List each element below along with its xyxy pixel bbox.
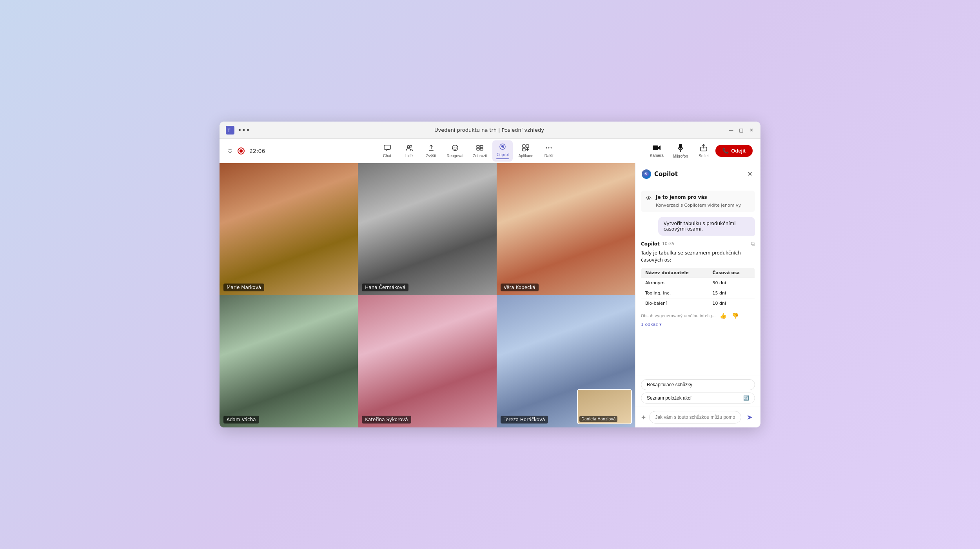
- mic-button-label: Mikrofon: [673, 154, 688, 158]
- copilot-close-button[interactable]: ✕: [746, 169, 754, 179]
- actions-suggestion-button[interactable]: Seznam položek akcí 🔄: [641, 393, 755, 404]
- table-header-timeline: Časová osa: [708, 268, 755, 278]
- copilot-panel-title: Copilot: [654, 171, 743, 178]
- eye-icon: 👁: [646, 195, 652, 202]
- people-icon: [405, 144, 413, 153]
- send-icon: ➤: [747, 413, 753, 421]
- copilot-active-underline: [496, 158, 509, 159]
- toolbar-center-buttons: Chat Lidé Zvýšit Reagovat: [290, 140, 646, 162]
- svg-rect-10: [480, 145, 483, 147]
- window-controls: — □ ✕: [728, 127, 754, 133]
- video-tile-small-daniela: Daniela Hanzlová: [577, 389, 632, 424]
- avatar-vera: [497, 163, 635, 295]
- thumbs-up-button[interactable]: 👍: [718, 312, 728, 320]
- copilot-logo-icon: [642, 169, 651, 179]
- svg-point-4: [410, 145, 412, 147]
- more-button[interactable]: Další: [539, 142, 559, 160]
- leave-phone-icon: 📞: [722, 148, 729, 154]
- window-title: Uvedení produktu na trh | Poslední vzhle…: [250, 127, 728, 133]
- svg-point-3: [407, 145, 410, 148]
- react-icon: [451, 144, 459, 153]
- table-cell-timeline-0: 30 dní: [708, 278, 755, 288]
- recap-suggestion-button[interactable]: Rekapitulace schůzky: [641, 379, 755, 390]
- svg-point-7: [454, 147, 454, 147]
- svg-rect-15: [523, 145, 525, 147]
- table-cell-supplier-2: Bio-balení: [641, 298, 709, 309]
- chevron-down-icon: ▾: [659, 322, 662, 327]
- video-name-adam: Adam Vácha: [223, 416, 259, 424]
- copilot-message-header: Copilot 10:35 ⧉: [641, 240, 755, 247]
- copilot-icon: [499, 143, 506, 152]
- share-button-label: Sdílet: [699, 154, 709, 158]
- leave-button[interactable]: 📞 Odejít: [715, 145, 753, 157]
- svg-point-19: [548, 147, 550, 148]
- close-button[interactable]: ✕: [749, 127, 754, 133]
- copilot-send-button[interactable]: ➤: [744, 411, 755, 423]
- svg-rect-22: [679, 144, 682, 149]
- copilot-notice-text: Je to jenom pro vás Konverzaci s Copilot…: [656, 195, 742, 208]
- table-cell-timeline-2: 10 dní: [708, 298, 755, 309]
- copilot-button[interactable]: Copilot: [492, 140, 513, 162]
- copilot-intro-text: Tady je tabulka se seznamem produkčních …: [641, 249, 755, 264]
- copilot-suggestions: Rekapitulace schůzky Seznam položek akcí…: [635, 376, 760, 407]
- chat-button[interactable]: Chat: [377, 142, 397, 160]
- share-icon: [700, 144, 708, 153]
- copilot-message-time: 10:35: [662, 241, 675, 246]
- notice-body: Konverzaci s Copilotem vidíte jenom vy.: [656, 203, 742, 208]
- video-name-tereza: Tereza Horáčková: [501, 416, 548, 424]
- sparkle-icon: ✦: [641, 414, 646, 421]
- copilot-button-label: Copilot: [497, 153, 509, 157]
- copilot-privacy-notice: 👁 Je to jenom pro vás Konverzaci s Copil…: [641, 191, 755, 212]
- chat-icon: [383, 144, 391, 153]
- apps-button-label: Aplikace: [518, 154, 533, 158]
- video-tile-tereza: Tereza Horáčková Daniela Hanzlová: [497, 295, 635, 427]
- react-button[interactable]: Reagovat: [443, 142, 468, 160]
- view-icon: [476, 144, 484, 153]
- maximize-button[interactable]: □: [739, 127, 744, 133]
- teams-window: T ••• Uvedení produktu na trh | Poslední…: [220, 122, 760, 427]
- avatar-adam: [220, 295, 358, 427]
- copilot-header: Copilot ✕: [635, 163, 760, 185]
- copilot-input-field[interactable]: [649, 411, 741, 424]
- svg-point-18: [546, 147, 547, 148]
- svg-rect-9: [477, 145, 479, 147]
- mic-button[interactable]: Mikrofon: [669, 141, 692, 161]
- refresh-icon: 🔄: [743, 395, 749, 401]
- svg-point-8: [456, 147, 456, 147]
- copy-button[interactable]: ⧉: [751, 240, 755, 247]
- recording-indicator: [238, 147, 245, 155]
- table-row: Tooling, Inc. 15 dní: [641, 288, 755, 298]
- more-button-label: Další: [544, 154, 554, 158]
- view-button[interactable]: Zobrazit: [469, 142, 491, 160]
- svg-rect-12: [480, 148, 483, 150]
- copilot-body: 👁 Je to jenom pro vás Konverzaci s Copil…: [635, 185, 760, 376]
- table-cell-timeline-1: 15 dní: [708, 288, 755, 298]
- main-content: Marie Marková Hana Čermáková Věra Kopeck…: [220, 163, 760, 427]
- raise-button[interactable]: Zvýšit: [421, 142, 441, 160]
- share-button[interactable]: Sdílet: [693, 142, 714, 160]
- teams-logo-icon: T: [226, 126, 234, 135]
- apps-button[interactable]: Aplikace: [514, 142, 537, 160]
- video-grid: Marie Marková Hana Čermáková Věra Kopeck…: [220, 163, 635, 427]
- copilot-panel: Copilot ✕ 👁 Je to jenom pro vás Konverza…: [635, 163, 760, 427]
- table-row: Akronym 30 dní: [641, 278, 755, 288]
- camera-button[interactable]: Kamera: [646, 142, 668, 160]
- minimize-button[interactable]: —: [728, 127, 734, 133]
- ref-label: 1 odkaz: [641, 322, 658, 327]
- copilot-table: Název dodavatele Časová osa Akronym 30 d…: [641, 267, 755, 309]
- view-button-label: Zobrazit: [473, 154, 487, 158]
- video-tile-adam: Adam Vácha: [220, 295, 358, 427]
- call-timer: 22:06: [249, 148, 265, 154]
- ai-generated-label: Obsah vygenerovaný umělou intelig...: [641, 314, 716, 318]
- actions-label: Seznam položek akcí: [647, 395, 691, 401]
- thumbs-down-button[interactable]: 👎: [730, 312, 740, 320]
- svg-rect-5: [429, 150, 434, 151]
- video-name-marie: Marie Marková: [223, 284, 264, 291]
- title-bar-logo: T •••: [226, 126, 250, 135]
- video-name-hana: Hana Čermáková: [362, 284, 408, 291]
- notice-title: Je to jenom pro vás: [656, 195, 742, 200]
- video-tile-katerina: Kateřina Sýkorová: [358, 295, 496, 427]
- title-bar-more-icon[interactable]: •••: [238, 127, 250, 134]
- people-button[interactable]: Lidé: [399, 142, 419, 160]
- reference-link[interactable]: 1 odkaz ▾: [641, 322, 755, 327]
